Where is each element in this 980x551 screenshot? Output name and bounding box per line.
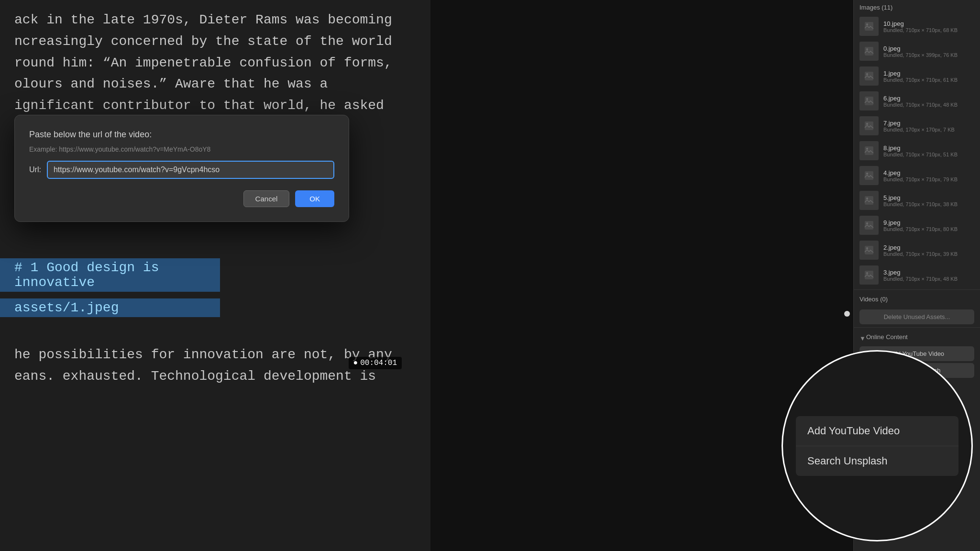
asset-info: 9.jpeg Bundled, 710px × 710px, 80 KB (883, 219, 974, 232)
asset-meta: Bundled, 710px × 710px, 48 KB (883, 102, 974, 108)
asset-info: 7.jpeg Bundled, 170px × 170px, 7 KB (883, 120, 974, 132)
asset-thumb (859, 241, 879, 260)
asset-item-3jpeg[interactable]: 3.jpeg Bundled, 710px × 710px, 48 KB (854, 263, 980, 287)
asset-item-2jpeg[interactable]: 2.jpeg Bundled, 710px × 710px, 39 KB (854, 238, 980, 263)
asset-item-8jpeg[interactable]: 8.jpeg Bundled, 710px × 710px, 51 KB (854, 138, 980, 163)
url-input[interactable] (47, 161, 334, 179)
svg-point-17 (866, 222, 868, 224)
main-content-area: ack in the late 1970s, Dieter Rams was b… (0, 0, 430, 551)
svg-rect-10 (865, 146, 873, 155)
timer-badge: ● 00:04:01 (349, 357, 402, 369)
asset-meta: Bundled, 710px × 710px, 51 KB (883, 152, 974, 157)
asset-thumb (859, 42, 879, 61)
asset-thumb (859, 91, 879, 110)
asset-meta: Bundled, 710px × 710px, 39 KB (883, 251, 974, 257)
asset-item-5jpeg[interactable]: 5.jpeg Bundled, 710px × 710px, 38 KB (854, 188, 980, 213)
asset-name: 8.jpeg (883, 144, 974, 152)
svg-rect-20 (865, 271, 873, 279)
chevron-down-icon: ▼ (859, 335, 864, 340)
timer-icon: ● (353, 359, 358, 367)
highlighted-line-1: # 1 Good design is innovative (0, 258, 220, 292)
asset-info: 0.jpeg Bundled, 710px × 399px, 76 KB (883, 45, 974, 58)
svg-point-13 (866, 173, 868, 175)
asset-name: 3.jpeg (883, 269, 974, 276)
online-content-label: Online Content (866, 333, 908, 341)
zoom-popup: Add YouTube Video Search Unsplash (782, 350, 973, 541)
asset-item-7jpeg[interactable]: 7.jpeg Bundled, 170px × 170px, 7 KB (854, 113, 980, 138)
asset-thumb (859, 17, 879, 36)
text-line-3: round him: “An impenetrable confusion of… (14, 53, 416, 74)
asset-name: 2.jpeg (883, 244, 974, 251)
section-divider-2 (854, 327, 980, 328)
connector-dot (844, 311, 850, 317)
asset-meta: Bundled, 710px × 710px, 48 KB (883, 276, 974, 282)
asset-thumb (859, 141, 879, 160)
images-section-header: Images (11) (854, 0, 980, 14)
asset-info: 2.jpeg Bundled, 710px × 710px, 39 KB (883, 244, 974, 257)
text-line-4: olours and noises.” Aware that he was a (14, 74, 416, 95)
svg-point-15 (866, 198, 868, 199)
asset-info: 10.jpeg Bundled, 710px × 710px, 68 KB (883, 20, 974, 33)
asset-name: 4.jpeg (883, 169, 974, 176)
highlighted-line-2: assets/1.jpeg (0, 298, 220, 317)
ok-button[interactable]: OK (295, 190, 334, 207)
timer-value: 00:04:01 (360, 359, 397, 367)
svg-point-19 (866, 247, 868, 249)
asset-thumb (859, 66, 879, 86)
url-label: Url: (29, 165, 41, 174)
asset-info: 1.jpeg Bundled, 710px × 710px, 61 KB (883, 70, 974, 83)
svg-rect-18 (865, 246, 873, 254)
svg-rect-0 (865, 22, 873, 31)
cancel-button[interactable]: Cancel (243, 190, 290, 207)
youtube-url-dialog: Paste below the url of the video: Exampl… (14, 115, 349, 222)
text-content: ack in the late 1970s, Dieter Rams was b… (0, 0, 430, 126)
asset-meta: Bundled, 710px × 710px, 80 KB (883, 226, 974, 232)
svg-rect-4 (865, 72, 873, 80)
svg-rect-12 (865, 171, 873, 180)
dialog-title: Paste below the url of the video: (29, 130, 334, 140)
asset-name: 6.jpeg (883, 95, 974, 102)
asset-item-0jpeg[interactable]: 0.jpeg Bundled, 710px × 399px, 76 KB (854, 39, 980, 64)
asset-thumb (859, 265, 879, 285)
asset-meta: Bundled, 710px × 710px, 61 KB (883, 77, 974, 83)
asset-meta: Bundled, 710px × 710px, 79 KB (883, 176, 974, 182)
asset-meta: Bundled, 710px × 710px, 68 KB (883, 27, 974, 33)
asset-info: 3.jpeg Bundled, 710px × 710px, 48 KB (883, 269, 974, 282)
asset-thumb (859, 116, 879, 135)
text-line-5: ignificant contributor to that world, he… (14, 95, 416, 117)
zoom-search-unsplash-item[interactable]: Search Unsplash (796, 446, 958, 476)
zoom-menu: Add YouTube Video Search Unsplash (796, 416, 958, 476)
asset-item-10jpeg[interactable]: 10.jpeg Bundled, 710px × 710px, 68 KB (854, 14, 980, 39)
delete-unused-button[interactable]: Delete Unused Assets... (859, 309, 974, 324)
asset-meta: Bundled, 170px × 170px, 7 KB (883, 127, 974, 132)
svg-point-3 (866, 48, 868, 50)
asset-item-9jpeg[interactable]: 9.jpeg Bundled, 710px × 710px, 80 KB (854, 213, 980, 238)
asset-item-4jpeg[interactable]: 4.jpeg Bundled, 710px × 710px, 79 KB (854, 163, 980, 188)
svg-point-11 (866, 148, 868, 150)
svg-rect-16 (865, 221, 873, 230)
dialog-buttons: Cancel OK (29, 190, 334, 207)
dialog-example: Example: https://www.youtube.com/watch?v… (29, 145, 334, 153)
svg-rect-8 (865, 121, 873, 130)
text-line-1: ack in the late 1970s, Dieter Rams was b… (14, 10, 416, 31)
asset-info: 6.jpeg Bundled, 710px × 710px, 48 KB (883, 95, 974, 108)
asset-item-6jpeg[interactable]: 6.jpeg Bundled, 710px × 710px, 48 KB (854, 88, 980, 113)
asset-meta: Bundled, 710px × 710px, 38 KB (883, 201, 974, 207)
asset-meta: Bundled, 710px × 399px, 76 KB (883, 52, 974, 58)
svg-rect-2 (865, 47, 873, 55)
svg-rect-14 (865, 196, 873, 205)
asset-name: 10.jpeg (883, 20, 974, 27)
asset-name: 1.jpeg (883, 70, 974, 77)
videos-section-header: Videos (0) (854, 292, 980, 307)
svg-point-9 (866, 123, 868, 125)
svg-point-1 (866, 23, 868, 25)
asset-item-1jpeg[interactable]: 1.jpeg Bundled, 710px × 710px, 61 KB (854, 64, 980, 88)
asset-name: 0.jpeg (883, 45, 974, 52)
zoom-add-youtube-item[interactable]: Add YouTube Video (796, 416, 958, 446)
asset-name: 9.jpeg (883, 219, 974, 226)
asset-info: 5.jpeg Bundled, 710px × 710px, 38 KB (883, 194, 974, 207)
svg-point-7 (866, 98, 868, 100)
asset-info: 4.jpeg Bundled, 710px × 710px, 79 KB (883, 169, 974, 182)
asset-name: 5.jpeg (883, 194, 974, 201)
asset-name: 7.jpeg (883, 120, 974, 127)
